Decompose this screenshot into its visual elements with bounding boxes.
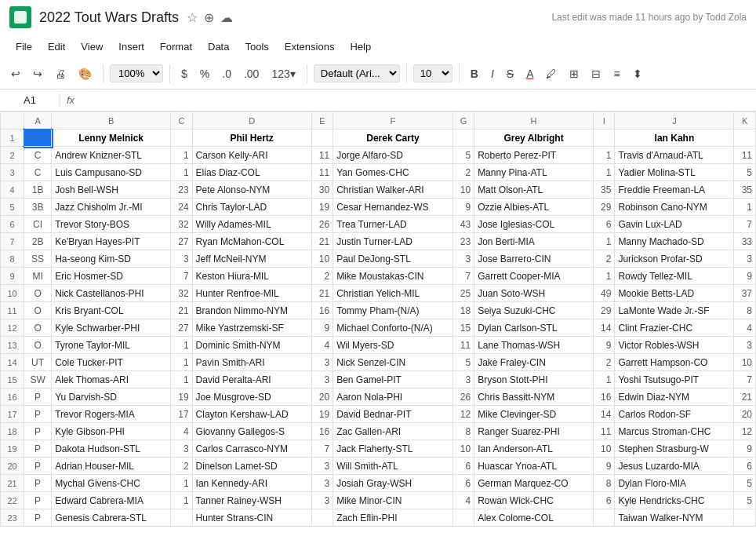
cell[interactable]: Robinson Cano-NYM xyxy=(615,199,734,216)
cell[interactable]: 5 xyxy=(734,475,756,492)
cell[interactable]: 11 xyxy=(593,423,614,440)
col-header-h[interactable]: H xyxy=(474,112,594,130)
cell[interactable]: P xyxy=(24,475,52,492)
cell[interactable]: 43 xyxy=(453,216,474,233)
cell[interactable]: 20 xyxy=(311,389,333,406)
cell[interactable]: 3 xyxy=(311,492,333,509)
cell[interactable]: Yoshi Tsutsugo-PIT xyxy=(615,371,734,389)
cell[interactable]: Hunter Renfroe-MIL xyxy=(192,285,311,302)
cell[interactable]: Ranger Suarez-PHI xyxy=(474,423,594,440)
cell[interactable]: 5 xyxy=(453,147,474,164)
cell[interactable]: Nick Senzel-CIN xyxy=(333,354,453,371)
cell[interactable]: Roberto Perez-PIT xyxy=(474,147,594,164)
cell[interactable]: Christian Walker-ARI xyxy=(333,181,453,199)
col-header-j[interactable]: J xyxy=(615,112,734,130)
cell[interactable]: Nick Castellanos-PHI xyxy=(52,285,171,302)
cell[interactable]: Yan Gomes-CHC xyxy=(333,164,453,181)
cell[interactable]: 6 xyxy=(593,492,614,509)
cell[interactable]: 8 xyxy=(453,423,474,440)
menu-insert[interactable]: Insert xyxy=(112,38,151,55)
cell[interactable]: Mike Yastrzemski-SF xyxy=(192,319,311,337)
cell[interactable]: 2 xyxy=(311,268,333,285)
cell[interactable]: 7 xyxy=(453,268,474,285)
cell[interactable]: 17 xyxy=(171,406,192,423)
cell[interactable]: P xyxy=(24,458,52,475)
folder-icon[interactable]: ⊕ xyxy=(204,10,214,25)
cell[interactable]: 2B xyxy=(24,233,52,250)
cell[interactable]: 9 xyxy=(734,268,756,285)
cell[interactable]: Elias Diaz-COL xyxy=(192,164,311,181)
cell[interactable]: Zac Gallen-ARI xyxy=(333,423,453,440)
cell[interactable]: Trevor Story-BOS xyxy=(52,216,171,233)
cell[interactable]: 6 xyxy=(453,475,474,492)
cell[interactable]: Lenny Melnick xyxy=(52,130,171,147)
cell[interactable]: 1 xyxy=(593,371,614,389)
cell[interactable]: 5 xyxy=(734,492,756,509)
cell[interactable]: Clint Frazier-CHC xyxy=(615,319,734,337)
cell[interactable]: 9 xyxy=(593,458,614,475)
cell[interactable]: 37 xyxy=(734,285,756,302)
cell[interactable]: LaMonte Wade Jr.-SF xyxy=(615,302,734,319)
cell[interactable]: 3 xyxy=(171,440,192,458)
table-row[interactable]: 23PGenesis Cabrera-STLHunter Strans-CINZ… xyxy=(1,509,756,527)
cell[interactable]: 27 xyxy=(171,233,192,250)
borders-button[interactable]: ⊞ xyxy=(565,64,583,83)
cell[interactable]: O xyxy=(24,285,52,302)
cell[interactable]: Carlos Carrasco-NYM xyxy=(192,440,311,458)
cell[interactable]: Kyle Gibson-PHI xyxy=(52,423,171,440)
table-row[interactable]: 18PKyle Gibson-PHI4Giovanny Gallegos-S16… xyxy=(1,423,756,440)
cell[interactable]: Matt Olson-ATL xyxy=(474,181,594,199)
cell[interactable]: 8 xyxy=(734,302,756,319)
cell[interactable]: 20 xyxy=(734,406,756,423)
cell[interactable] xyxy=(734,130,756,147)
cell[interactable]: Taiwan Walker-NYM xyxy=(615,509,734,527)
table-row[interactable]: 17PTrevor Rogers-MIA17Clayton Kershaw-LA… xyxy=(1,406,756,423)
col-header-e[interactable]: E xyxy=(311,112,333,130)
cell[interactable]: Edwin Diaz-NYM xyxy=(615,389,734,406)
cell[interactable]: Luis Campusano-SD xyxy=(52,164,171,181)
cell[interactable]: Hunter Strans-CIN xyxy=(192,509,311,527)
table-row[interactable]: 12OKyle Schwarber-PHI27Mike Yastrzemski-… xyxy=(1,319,756,337)
cloud-icon[interactable]: ☁ xyxy=(220,10,233,25)
cell[interactable]: 1B xyxy=(24,181,52,199)
decimal-decrease-button[interactable]: .0 xyxy=(217,64,236,83)
cell[interactable]: 7 xyxy=(171,268,192,285)
table-row[interactable]: 8SSHa-seong Kim-SD3Jeff McNeil-NYM10Paul… xyxy=(1,250,756,268)
cell[interactable]: P xyxy=(24,389,52,406)
menu-edit[interactable]: Edit xyxy=(42,38,71,55)
cell[interactable]: 21 xyxy=(171,302,192,319)
cell[interactable]: 33 xyxy=(734,233,756,250)
cell[interactable]: Genesis Cabrera-STL xyxy=(52,509,171,527)
cell[interactable]: 10 xyxy=(734,354,756,371)
cell[interactable]: 14 xyxy=(593,406,614,423)
cell[interactable]: Mookie Betts-LAD xyxy=(615,285,734,302)
cell[interactable]: Derek Carty xyxy=(333,130,453,147)
col-header-b[interactable]: B xyxy=(52,112,171,130)
cell[interactable]: Ian Kennedy-ARI xyxy=(192,475,311,492)
formula-input[interactable] xyxy=(81,94,750,106)
cell[interactable]: Carlos Rodon-SF xyxy=(615,406,734,423)
cell[interactable]: Willy Adames-MIL xyxy=(192,216,311,233)
cell[interactable]: Garrett Hampson-CO xyxy=(615,354,734,371)
table-row[interactable]: 14UTCole Tucker-PIT1Pavin Smith-ARI3Nick… xyxy=(1,354,756,371)
cell[interactable]: Grey Albright xyxy=(474,130,594,147)
cell[interactable]: Zach Eflin-PHI xyxy=(333,509,453,527)
cell[interactable]: 1 xyxy=(593,164,614,181)
cell[interactable]: Jose Barrero-CIN xyxy=(474,250,594,268)
cell[interactable]: Pete Alonso-NYM xyxy=(192,181,311,199)
cell[interactable]: Edward Cabrera-MIA xyxy=(52,492,171,509)
table-row[interactable]: 21PMychal Givens-CHC1Ian Kennedy-ARI3Jos… xyxy=(1,475,756,492)
cell[interactable]: 1 xyxy=(171,492,192,509)
print-button[interactable]: 🖨 xyxy=(50,64,71,83)
cell[interactable]: Andrew Knizner-STL xyxy=(52,147,171,164)
cell[interactable]: Carson Kelly-ARI xyxy=(192,147,311,164)
cell[interactable]: Jose Iglesias-COL xyxy=(474,216,594,233)
table-row[interactable]: 41BJosh Bell-WSH23Pete Alonso-NYM30Chris… xyxy=(1,181,756,199)
cell[interactable]: 9 xyxy=(311,319,333,337)
cell[interactable]: 5 xyxy=(734,164,756,181)
cell[interactable]: Rowdy Tellez-MIL xyxy=(615,268,734,285)
cell[interactable]: Kyle Schwarber-PHI xyxy=(52,319,171,337)
cell[interactable]: 16 xyxy=(311,302,333,319)
redo-button[interactable]: ↪ xyxy=(28,64,47,83)
cell[interactable] xyxy=(453,509,474,527)
